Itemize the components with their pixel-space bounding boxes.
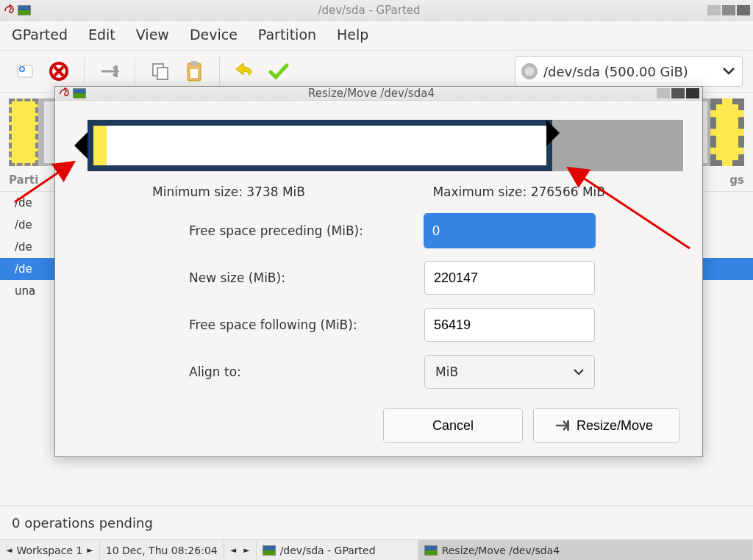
label-newsize: New size (MiB): bbox=[189, 270, 424, 285]
chevron-left-icon: ◄ bbox=[230, 545, 236, 555]
debian-swirl-icon bbox=[58, 87, 70, 99]
main-titlebar: /dev/sda - GParted bbox=[0, 0, 753, 21]
resize-visualizer[interactable] bbox=[71, 117, 686, 174]
undo-icon[interactable] bbox=[230, 57, 260, 86]
svg-rect-9 bbox=[567, 420, 569, 431]
label-preceding: Free space preceding (MiB): bbox=[189, 223, 424, 238]
col-partition: Parti bbox=[9, 173, 38, 187]
resize-move-icon bbox=[554, 419, 571, 432]
window-close-icon[interactable] bbox=[686, 88, 699, 98]
window-minimize-icon[interactable] bbox=[707, 5, 721, 15]
chevron-right-icon: ► bbox=[243, 545, 249, 555]
label-following: Free space following (MiB): bbox=[189, 317, 424, 332]
spin-following[interactable]: − + bbox=[424, 308, 595, 342]
min-size-label: Minimum size: 3738 MiB bbox=[152, 184, 305, 199]
chevron-down-icon bbox=[723, 68, 735, 75]
gparted-app-icon bbox=[18, 5, 31, 15]
resize-move-button[interactable]: Resize/Move bbox=[533, 408, 680, 443]
main-title: /dev/sda - GParted bbox=[31, 4, 707, 17]
task-label: /dev/sda - GParted bbox=[280, 545, 376, 556]
copy-icon[interactable] bbox=[146, 57, 175, 86]
apply-icon[interactable] bbox=[264, 57, 293, 86]
menu-partition[interactable]: Partition bbox=[258, 26, 316, 43]
chevron-left-icon: ◄ bbox=[6, 545, 12, 555]
menubar: GParted Edit View Device Partition Help bbox=[0, 21, 753, 50]
input-preceding[interactable] bbox=[425, 215, 595, 247]
apply-label: Resize/Move bbox=[577, 418, 653, 434]
input-following[interactable] bbox=[425, 309, 595, 341]
cancel-label: Cancel bbox=[432, 418, 474, 434]
device-selector-label: /dev/sda (500.00 GiB) bbox=[543, 64, 688, 79]
workspace-switcher[interactable]: ◄ Workspace 1 ► bbox=[0, 540, 100, 560]
label-align: Align to: bbox=[189, 365, 424, 379]
spin-preceding[interactable]: − + bbox=[424, 214, 595, 248]
dialog-titlebar[interactable]: Resize/Move /dev/sda4 bbox=[55, 87, 702, 101]
chevron-down-icon bbox=[574, 369, 584, 375]
cancel-button[interactable]: Cancel bbox=[383, 408, 523, 443]
svg-rect-7 bbox=[191, 61, 197, 65]
menu-gparted[interactable]: GParted bbox=[12, 26, 68, 43]
spin-newsize[interactable]: − + bbox=[424, 261, 595, 295]
gparted-app-icon bbox=[424, 545, 438, 556]
menu-view[interactable]: View bbox=[136, 26, 169, 43]
resize-move-icon[interactable] bbox=[95, 57, 124, 86]
paste-icon[interactable] bbox=[179, 57, 209, 86]
combo-align-value: MiB bbox=[435, 365, 458, 379]
gparted-app-icon bbox=[263, 545, 276, 556]
prev-next[interactable]: ◄ ► bbox=[224, 540, 257, 560]
input-newsize[interactable] bbox=[425, 262, 595, 294]
dialog-title: Resize/Move /dev/sda4 bbox=[86, 87, 657, 100]
window-maximize-icon[interactable] bbox=[671, 88, 685, 98]
status-bar: 0 operations pending bbox=[0, 506, 753, 539]
window-minimize-icon[interactable] bbox=[657, 88, 670, 98]
delete-partition-icon[interactable] bbox=[44, 57, 74, 86]
task-gparted[interactable]: /dev/sda - GParted bbox=[257, 540, 418, 560]
resize-move-dialog: Resize/Move /dev/sda4 Minimum size: 3738… bbox=[54, 86, 703, 457]
max-size-label: Maximum size: 276566 MiB bbox=[432, 184, 605, 199]
device-selector[interactable]: /dev/sda (500.00 GiB) bbox=[515, 56, 743, 87]
combo-align[interactable]: MiB bbox=[424, 355, 595, 389]
resize-handle-left[interactable] bbox=[74, 132, 88, 159]
disk-icon bbox=[521, 63, 538, 79]
new-partition-icon[interactable] bbox=[10, 57, 40, 86]
clock-label: 10 Dec, Thu 08:26:04 bbox=[106, 545, 218, 556]
resize-handle-right[interactable] bbox=[546, 120, 560, 146]
window-close-icon[interactable] bbox=[737, 5, 750, 15]
debian-swirl-icon bbox=[3, 4, 15, 16]
chevron-right-icon: ► bbox=[87, 545, 93, 555]
svg-rect-8 bbox=[190, 69, 198, 78]
workspace-label: Workspace 1 bbox=[16, 545, 82, 556]
svg-rect-3 bbox=[115, 65, 118, 77]
menu-edit[interactable]: Edit bbox=[88, 26, 115, 43]
svg-rect-5 bbox=[157, 68, 168, 79]
menu-help[interactable]: Help bbox=[337, 26, 368, 43]
clock[interactable]: 10 Dec, Thu 08:26:04 bbox=[100, 540, 224, 560]
window-maximize-icon[interactable] bbox=[722, 5, 735, 15]
task-label: Resize/Move /dev/sda4 bbox=[442, 545, 560, 556]
resize-form: Free space preceding (MiB): − + New size… bbox=[71, 202, 686, 389]
gparted-app-icon bbox=[73, 88, 86, 98]
status-text: 0 operations pending bbox=[12, 515, 153, 531]
task-resize[interactable]: Resize/Move /dev/sda4 bbox=[418, 540, 753, 560]
col-flags: gs bbox=[729, 173, 744, 187]
taskbar: ◄ Workspace 1 ► 10 Dec, Thu 08:26:04 ◄ ►… bbox=[0, 539, 753, 560]
menu-device[interactable]: Device bbox=[190, 26, 238, 43]
